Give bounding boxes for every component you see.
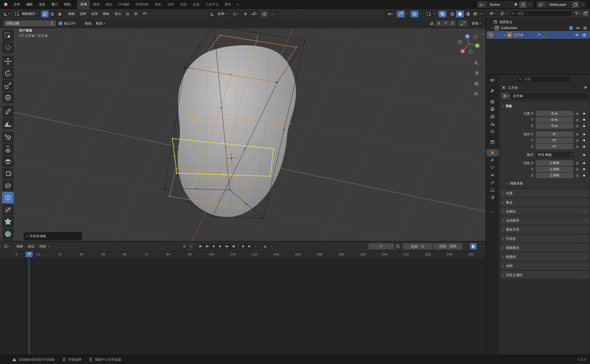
next-keyframe-button[interactable] xyxy=(224,243,230,249)
delta-transform-subpanel[interactable]: ▸ 增量变换 xyxy=(500,179,589,187)
transform-value-field[interactable]: 0° xyxy=(536,131,573,137)
viewlayer-name[interactable]: ViewLayer xyxy=(546,3,572,7)
tool-spin[interactable] xyxy=(2,228,14,240)
selectability-visibility-dropdown[interactable]: ▾ xyxy=(386,11,395,17)
workspace-tab-雕刻[interactable]: 雕刻 xyxy=(103,0,115,9)
tool-inset-faces[interactable] xyxy=(2,156,14,167)
show-gizmo-toggle[interactable] xyxy=(397,11,405,17)
collection-checkbox[interactable]: ✓ xyxy=(569,26,573,30)
gizmo-settings-button[interactable]: ▾ xyxy=(405,11,409,17)
tool-move[interactable] xyxy=(2,56,14,67)
shading-settings-button[interactable]: ▾ xyxy=(479,11,483,17)
tool-select-box[interactable] xyxy=(2,30,14,41)
workspace-tab-布局[interactable]: 布局 xyxy=(77,0,90,9)
tab-object-data[interactable] xyxy=(486,186,499,194)
tab-output[interactable] xyxy=(486,105,499,113)
correct-uv-option[interactable]: ✓ 校正UV xyxy=(59,21,75,26)
tab-overflow-button[interactable]: ▾ xyxy=(486,208,499,216)
panel-header-可见性[interactable]: ▸可见性∷∷ xyxy=(500,235,589,243)
transform-value-field[interactable]: 0 m xyxy=(536,123,573,129)
panel-header-线条画[interactable]: ▸线条画∷∷ xyxy=(500,253,589,261)
modifier-wrench-icon[interactable] xyxy=(537,33,541,37)
tool-add-cube[interactable] xyxy=(2,131,14,143)
tool-scale[interactable] xyxy=(2,80,14,91)
eye-icon[interactable] xyxy=(575,33,579,37)
properties-search[interactable] xyxy=(516,76,571,82)
animate-property-dot[interactable] xyxy=(583,162,585,164)
toggle-perspective-button[interactable] xyxy=(473,90,480,97)
prev-frame-button[interactable] xyxy=(239,243,246,249)
animate-property-dot[interactable] xyxy=(583,119,585,121)
lock-toggle[interactable] xyxy=(573,145,581,148)
play-reverse-button[interactable] xyxy=(210,243,217,249)
delete-viewlayer-button[interactable] xyxy=(579,1,586,8)
tab-collection[interactable] xyxy=(486,138,499,146)
tab-physics[interactable] xyxy=(486,171,499,179)
lock-toggle[interactable] xyxy=(573,139,581,142)
panel-grip[interactable]: ∷∷ xyxy=(583,264,587,268)
sync-settings-button[interactable]: ▾ xyxy=(269,243,275,249)
tab-constraints[interactable] xyxy=(486,179,499,186)
transform-value-field[interactable]: 0° xyxy=(536,138,573,143)
transform-value-field[interactable]: 0 m xyxy=(536,111,573,116)
scene-name[interactable]: Scene xyxy=(486,3,512,7)
timeline-track-area[interactable] xyxy=(0,258,486,355)
show-overlays-toggle[interactable] xyxy=(411,11,418,17)
workspace-tab-脚本[interactable]: 脚本 xyxy=(222,0,234,9)
jump-to-start-button[interactable] xyxy=(197,243,204,249)
frame-end-field[interactable]: 结束 250 xyxy=(433,243,462,249)
prev-keyframe-button[interactable] xyxy=(204,243,210,249)
panel-header-集合[interactable]: ▸集合∷∷ xyxy=(500,198,589,206)
tool-poly-build[interactable] xyxy=(2,216,14,228)
lock-toggle[interactable] xyxy=(573,112,581,115)
viewport-menu-边[interactable]: 边 xyxy=(123,11,132,17)
material-preview-button[interactable] xyxy=(464,11,472,17)
snap-settings-button[interactable]: ▾ xyxy=(249,11,258,17)
topbar-menu-渲染[interactable]: 渲染 xyxy=(36,1,48,8)
timeline-menu-视图[interactable]: 视图 xyxy=(14,243,26,250)
new-scene-button[interactable] xyxy=(519,1,526,8)
panel-grip[interactable]: ∷∷ xyxy=(583,192,587,195)
panel-grip[interactable]: ∷∷ xyxy=(583,201,587,204)
add-workspace-button[interactable]: + xyxy=(234,2,241,7)
panel-grip[interactable]: ∷∷ xyxy=(583,274,587,277)
animate-property-dot[interactable] xyxy=(583,113,585,115)
edge-select-button[interactable] xyxy=(49,11,56,17)
outliner-search[interactable] xyxy=(509,10,573,17)
workspace-tab-渲染[interactable]: 渲染 xyxy=(177,0,190,9)
keying-popover-button[interactable]: ▾ xyxy=(477,243,483,249)
active-keying-set-button[interactable] xyxy=(470,243,477,249)
scene-collection-row[interactable]: 场景集合 xyxy=(486,19,590,25)
pan-view-button[interactable] xyxy=(473,70,480,77)
viewport-menu-添加[interactable]: 添加 xyxy=(89,11,100,17)
panel-header-关系[interactable]: ▸关系∷∷ xyxy=(500,189,589,197)
object-row-cube[interactable]: | ▸ 立方体 xyxy=(487,31,590,38)
viewport-menu-UV[interactable]: UV xyxy=(140,11,150,17)
wireframe-shading-button[interactable] xyxy=(448,11,456,17)
panel-grip[interactable]: ∷∷ xyxy=(583,255,587,258)
animate-property-dot[interactable] xyxy=(583,168,585,170)
transform-value-field[interactable]: 1.000 xyxy=(536,167,573,172)
snap-grid-button[interactable] xyxy=(458,20,468,27)
3d-viewport[interactable]: Z Y X ▾ 编辑模式 ▾ 视图选择添加网格顶点边面UV xyxy=(0,9,486,241)
workspace-tab-建模[interactable]: 建模 xyxy=(90,0,103,9)
camera-render-icon[interactable] xyxy=(582,33,586,37)
keying-settings-button[interactable]: ▾ xyxy=(188,243,194,249)
topbar-menu-文件[interactable]: 文件 xyxy=(10,1,23,8)
camera-render-icon[interactable] xyxy=(583,26,587,30)
next-frame-button[interactable] xyxy=(246,243,253,249)
tool-cursor[interactable] xyxy=(2,42,14,53)
viewport-menu-网格[interactable]: 网格 xyxy=(100,11,112,17)
tool-rip-region[interactable] xyxy=(2,180,14,191)
frame-start-field[interactable]: 起始 1 xyxy=(403,243,432,249)
lock-toggle[interactable] xyxy=(573,124,581,128)
panel-header-着色方式[interactable]: ▸着色方式∷∷ xyxy=(500,225,589,234)
sidebar-pull-tab[interactable]: ◂ xyxy=(482,33,483,36)
topbar-menu-帮助[interactable]: 帮助 xyxy=(61,1,74,8)
wireframe-button[interactable] xyxy=(425,11,432,17)
animate-property-dot[interactable] xyxy=(583,175,585,177)
new-collection-button[interactable] xyxy=(582,11,589,16)
scene-browse-button[interactable]: ▾ xyxy=(477,1,487,8)
timeline-menu-回放[interactable]: 回放 xyxy=(37,243,49,250)
new-viewlayer-button[interactable] xyxy=(572,1,579,8)
